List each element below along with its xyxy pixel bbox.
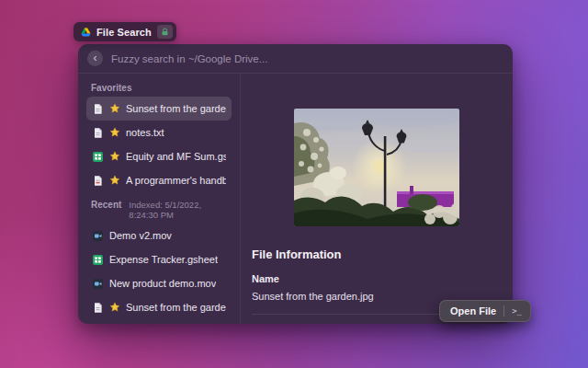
file-list-item[interactable]: Equity and MF Sum.gsheet: [86, 144, 232, 168]
google-drive-icon: [81, 28, 91, 37]
file-list-item[interactable]: notes.txt: [86, 121, 232, 144]
star-icon: [109, 151, 120, 162]
video-file-icon: [92, 278, 104, 290]
divider: [503, 305, 504, 316]
lock-icon: [160, 27, 170, 37]
star-icon: [109, 127, 120, 138]
star-icon: [109, 103, 120, 114]
file-name-label: New product demo.mov: [109, 278, 216, 289]
file-name-label: Demo v2.mov: [109, 230, 172, 241]
file-name-label: Sunset from the garden.jpg: [126, 302, 226, 313]
open-file-button[interactable]: Open File >_: [439, 300, 531, 322]
search-input[interactable]: Fuzzy search in ~/Google Drive...: [111, 53, 267, 64]
file-list-sidebar: Favorites Sunset from the garden.jpg not…: [78, 74, 241, 324]
file-preview-image: [294, 109, 459, 226]
file-list-item[interactable]: A programmer's handbook.p...: [86, 168, 232, 192]
file-list-item[interactable]: Sunset from the garden.jpg: [86, 97, 232, 121]
doc-file-icon: [92, 302, 104, 314]
name-label: Name: [252, 273, 502, 284]
file-name-label: Expense Tracker.gsheet: [109, 254, 218, 265]
file-search-window: ‹ Fuzzy search in ~/Google Drive... Favo…: [78, 44, 513, 324]
file-list-item[interactable]: Expense Tracker.gsheet: [86, 247, 232, 271]
file-list-item[interactable]: Demo v2.mov: [86, 224, 232, 247]
file-list-item[interactable]: New product demo.mov: [86, 271, 232, 295]
file-list-item[interactable]: Sunset from the garden.jpg: [86, 295, 232, 319]
index-timestamp: Indexed: 5/1/2022, 8:24:30 PM: [129, 200, 227, 220]
sheet-file-icon: [92, 151, 104, 163]
pdf-file-icon: [92, 175, 104, 187]
window-header: ‹ Fuzzy search in ~/Google Drive...: [78, 44, 513, 74]
file-name-label: Sunset from the garden.jpg: [126, 103, 226, 114]
back-button[interactable]: ‹: [87, 51, 103, 66]
file-name-label: notes.txt: [126, 127, 164, 138]
doc-file-icon: [92, 127, 104, 139]
section-label: Recent: [91, 200, 121, 210]
star-icon: [109, 175, 120, 186]
lock-button[interactable]: [157, 25, 173, 39]
terminal-icon: >_: [512, 306, 522, 316]
star-icon: [109, 302, 120, 313]
section-label: Favorites: [91, 83, 131, 93]
file-detail-panel: File Information Name Sunset from the ga…: [241, 74, 513, 324]
app-launcher-badge[interactable]: File Search: [74, 22, 176, 41]
file-list-item[interactable]: avatar.png: [86, 319, 232, 324]
open-file-label: Open File: [450, 305, 496, 316]
video-file-icon: [92, 230, 104, 242]
file-information-heading: File Information: [252, 247, 502, 261]
desktop: File Search ‹ Fuzzy search in ~/Google D…: [0, 0, 588, 368]
file-name-label: A programmer's handbook.p...: [126, 175, 226, 186]
file-name-label: Equity and MF Sum.gsheet: [126, 151, 226, 162]
sheet-file-icon: [92, 254, 104, 266]
doc-file-icon: [92, 103, 104, 115]
recent-section: Recent Indexed: 5/1/2022, 8:24:30 PM Dem…: [86, 198, 232, 324]
favorites-section: Favorites Sunset from the garden.jpg not…: [86, 81, 232, 192]
app-title: File Search: [96, 27, 152, 38]
